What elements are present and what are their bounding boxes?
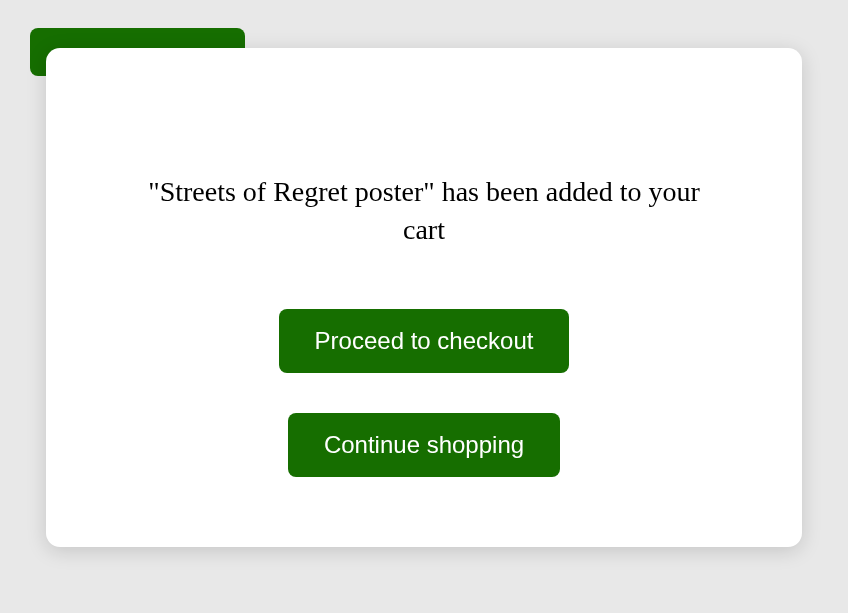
confirmation-message: "Streets of Regret poster" has been adde…	[134, 173, 714, 249]
cart-confirmation-modal: "Streets of Regret poster" has been adde…	[46, 48, 802, 547]
proceed-to-checkout-button[interactable]: Proceed to checkout	[279, 309, 570, 373]
continue-shopping-button[interactable]: Continue shopping	[288, 413, 560, 477]
